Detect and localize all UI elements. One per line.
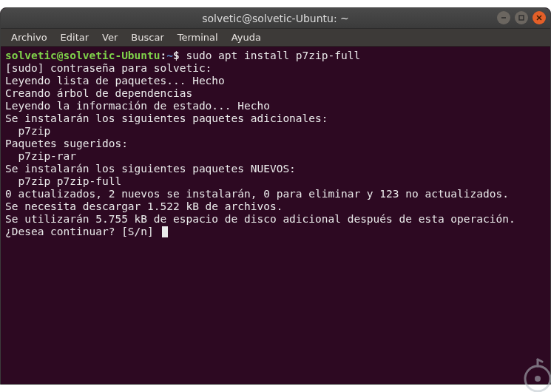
output-line: 0 actualizados, 2 nuevos se instalarán, … bbox=[5, 188, 509, 200]
output-line: Se instalarán los siguientes paquetes ad… bbox=[5, 112, 328, 124]
titlebar: solvetic@solvetic-Ubuntu: ~ bbox=[1, 8, 550, 29]
window-controls bbox=[497, 11, 546, 24]
command-text: sudo apt install p7zip-full bbox=[186, 50, 360, 61]
prompt-path: ~ bbox=[166, 50, 173, 61]
output-line: p7zip bbox=[5, 125, 50, 137]
svg-point-5 bbox=[535, 376, 541, 382]
output-line: Se necesita descargar 1.522 kB de archiv… bbox=[5, 200, 283, 212]
menu-ayuda[interactable]: Ayuda bbox=[226, 30, 267, 44]
svg-rect-1 bbox=[519, 16, 524, 20]
menu-terminal[interactable]: Terminal bbox=[172, 30, 224, 44]
output-line: Paquetes sugeridos: bbox=[5, 138, 128, 149]
terminal-window: solvetic@solvetic-Ubuntu: ~ Archivo Edit… bbox=[0, 7, 551, 385]
maximize-button[interactable] bbox=[515, 11, 528, 24]
close-button[interactable] bbox=[533, 11, 546, 24]
prompt-sep: : bbox=[160, 50, 167, 61]
output-line: Se utilizarán 5.755 kB de espacio de dis… bbox=[5, 213, 515, 225]
prompt-dollar: $ bbox=[173, 50, 180, 61]
output-line: ¿Desea continuar? [S/n] bbox=[5, 226, 160, 237]
watermark-icon bbox=[511, 352, 551, 392]
output-line: Leyendo la información de estado... Hech… bbox=[5, 100, 270, 112]
output-line: p7zip-rar bbox=[5, 150, 76, 162]
menu-archivo[interactable]: Archivo bbox=[5, 30, 53, 44]
prompt-user-host: solvetic@solvetic-Ubuntu bbox=[5, 50, 160, 61]
minimize-button[interactable] bbox=[497, 11, 510, 24]
output-line: Creando árbol de dependencias bbox=[5, 87, 237, 99]
text-cursor bbox=[162, 226, 168, 237]
menubar: Archivo Editar Ver Buscar Terminal Ayuda bbox=[1, 29, 550, 47]
output-line: p7zip p7zip-full bbox=[5, 175, 121, 187]
output-line: Leyendo lista de paquetes... Hecho bbox=[5, 75, 225, 87]
menu-ver[interactable]: Ver bbox=[96, 30, 124, 44]
menu-buscar[interactable]: Buscar bbox=[125, 30, 169, 44]
output-line: [sudo] contraseña para solvetic: bbox=[5, 62, 218, 74]
terminal-output-area[interactable]: solvetic@solvetic-Ubuntu:~$ sudo apt ins… bbox=[1, 47, 550, 384]
menu-editar[interactable]: Editar bbox=[55, 30, 95, 44]
window-title: solvetic@solvetic-Ubuntu: ~ bbox=[202, 13, 349, 24]
output-line: Se instalarán los siguientes paquetes NU… bbox=[5, 163, 296, 175]
